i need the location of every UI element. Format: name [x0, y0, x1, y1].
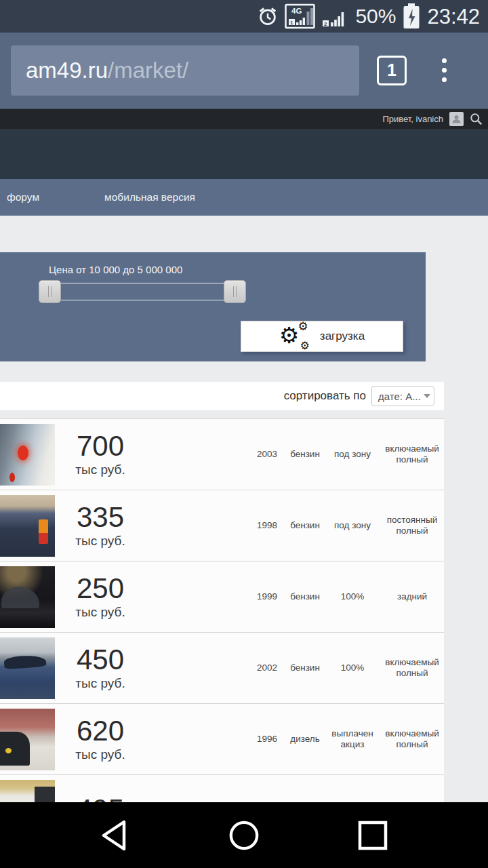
listing-fuel: бензин: [285, 449, 325, 460]
status-bar: 4G 1 2 50% 23:42: [0, 0, 488, 33]
price-unit: тыс руб.: [59, 534, 142, 549]
sort-selected-option: дате: А...: [378, 391, 421, 402]
price-value: 700: [59, 431, 142, 461]
browser-menu-button[interactable]: [438, 54, 451, 86]
listing-details: 1998 бензин под зону постоянный полный: [251, 515, 444, 536]
slider-track[interactable]: [47, 283, 238, 300]
sim1-signal-icon: 4G 1: [285, 3, 316, 29]
listing-year: 1998: [251, 520, 283, 531]
browser-chrome: am49.ru/market/ 1: [0, 33, 488, 109]
recents-button[interactable]: [357, 818, 389, 853]
car-thumbnail[interactable]: [0, 424, 55, 486]
battery-charging-icon: [403, 3, 420, 30]
url-path: /market/: [108, 58, 188, 83]
slider-handle-min[interactable]: [39, 280, 61, 303]
listing-year: 2003: [251, 449, 283, 460]
price-value: 335: [59, 502, 142, 532]
price-block: 250 тыс руб.: [59, 574, 142, 619]
price-unit: тыс руб.: [59, 747, 142, 762]
car-thumbnail[interactable]: [0, 566, 55, 628]
price-value: 250: [59, 574, 142, 604]
listing-customs: выплачен акциз: [327, 728, 378, 750]
listing-drive: задний: [380, 591, 444, 602]
nav-item-mobile-version[interactable]: мобильная версия: [98, 191, 202, 203]
price-range-label: Цена от 10 000 до 5 000 000: [49, 264, 182, 275]
price-block: 335 тыс руб.: [59, 502, 142, 548]
back-triangle-icon: [100, 818, 131, 852]
listing-row[interactable]: 700 тыс руб. 2003 бензин под зону включа…: [0, 418, 444, 490]
price-block: 620 тыс руб.: [59, 716, 142, 762]
sort-bar: сортировать по дате: А...: [0, 382, 444, 410]
price-range-slider: [39, 280, 246, 303]
listing-customs: под зону: [327, 520, 378, 531]
listing-customs: под зону: [327, 449, 378, 460]
svg-text:2: 2: [324, 21, 327, 27]
url-host: am49.ru: [26, 58, 108, 83]
listing-customs: 100%: [327, 663, 378, 673]
price-block: 450 тыс руб.: [59, 645, 142, 690]
price-unit: тыс руб.: [59, 676, 142, 691]
slider-handle-max[interactable]: [224, 280, 246, 303]
price-block: 700 тыс руб.: [59, 431, 142, 477]
listing-details: 1999 бензин 100% задний: [251, 591, 444, 602]
car-thumbnail[interactable]: [0, 637, 55, 699]
listing-drive: включаемый полный: [380, 657, 444, 679]
sort-select[interactable]: дате: А...: [371, 386, 434, 406]
search-icon[interactable]: [470, 113, 483, 125]
chevron-down-icon: [424, 394, 430, 398]
price-value: 450: [59, 645, 142, 675]
battery-percent: 50%: [355, 6, 396, 26]
tab-count-button[interactable]: 1: [377, 56, 407, 85]
listing-drive: включаемый полный: [380, 443, 444, 465]
listing-row[interactable]: 250 тыс руб. 1999 бензин 100% задний: [0, 561, 444, 632]
sort-label: сортировать по: [284, 389, 366, 403]
android-nav-bar: [0, 802, 488, 868]
site-banner: [0, 129, 488, 179]
svg-text:4G: 4G: [291, 7, 302, 15]
listing-drive: включаемый полный: [380, 728, 444, 750]
listing-year: 1996: [251, 734, 283, 745]
listing-row[interactable]: 620 тыс руб. 1996 дизель выплачен акциз …: [0, 703, 444, 774]
listing-drive: постоянный полный: [380, 515, 444, 536]
listing-fuel: дизель: [285, 734, 325, 745]
home-button[interactable]: [228, 818, 260, 853]
filter-panel: Цена от 10 000 до 5 000 000 ⚙⚙⚙ загрузка: [0, 252, 426, 361]
sim2-signal-icon: 2: [323, 3, 348, 29]
listing-details: 2003 бензин под зону включаемый полный: [251, 443, 444, 465]
gears-icon: ⚙⚙⚙: [279, 323, 310, 350]
listing-year: 2002: [251, 663, 283, 673]
site-nav: форум мобильная версия: [0, 179, 488, 216]
greeting-text: Привет, ivanich: [382, 114, 443, 124]
back-button[interactable]: [99, 818, 131, 853]
listing-customs: 100%: [327, 591, 378, 602]
address-bar[interactable]: am49.ru/market/: [11, 45, 359, 96]
site-header-bar: Привет, ivanich: [0, 109, 488, 129]
avatar[interactable]: [449, 112, 464, 126]
home-circle-icon: [228, 818, 260, 852]
svg-text:1: 1: [290, 20, 293, 26]
recents-square-icon: [357, 819, 389, 852]
listing-fuel: бензин: [285, 591, 325, 602]
car-thumbnail[interactable]: [0, 495, 55, 557]
listing-row[interactable]: 450 тыс руб. 2002 бензин 100% включаемый…: [0, 632, 444, 703]
price-value: 620: [59, 716, 142, 746]
listing-year: 1999: [251, 591, 283, 602]
nav-item-forum[interactable]: форум: [0, 191, 46, 203]
car-listings: 700 тыс руб. 2003 бензин под зону включа…: [0, 418, 444, 846]
price-unit: тыс руб.: [59, 605, 142, 620]
user-icon: [451, 113, 462, 125]
listing-details: 1996 дизель выплачен акциз включаемый по…: [251, 728, 444, 750]
load-button[interactable]: ⚙⚙⚙ загрузка: [241, 321, 403, 352]
price-unit: тыс руб.: [59, 462, 142, 477]
listing-details: 2002 бензин 100% включаемый полный: [251, 657, 444, 679]
listing-fuel: бензин: [285, 520, 325, 531]
listing-row[interactable]: 335 тыс руб. 1998 бензин под зону постоя…: [0, 490, 444, 561]
load-button-label: загрузка: [320, 330, 365, 343]
alarm-clock-icon: [258, 6, 278, 26]
status-clock: 23:42: [427, 6, 480, 27]
listing-fuel: бензин: [285, 663, 325, 673]
car-thumbnail[interactable]: [0, 709, 55, 770]
